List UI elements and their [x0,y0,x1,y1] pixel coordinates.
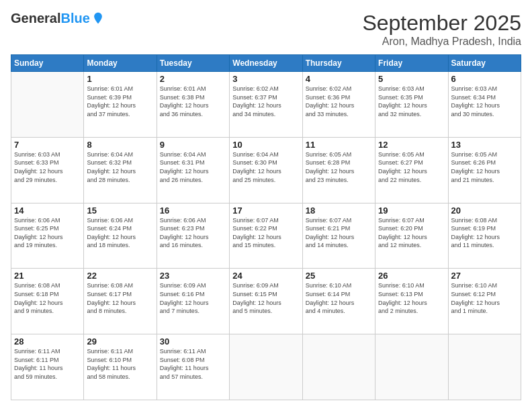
calendar-table: SundayMondayTuesdayWednesdayThursdayFrid… [11,54,521,400]
day-number: 7 [14,140,81,150]
calendar-cell: 24Sunrise: 6:09 AM Sunset: 6:15 PM Dayli… [230,269,302,334]
day-info: Sunrise: 6:03 AM Sunset: 6:33 PM Dayligh… [14,150,81,184]
calendar-cell: 23Sunrise: 6:09 AM Sunset: 6:16 PM Dayli… [157,269,229,334]
calendar-weekday-wednesday: Wednesday [230,55,302,72]
calendar-cell: 1Sunrise: 6:01 AM Sunset: 6:39 PM Daylig… [84,72,157,138]
day-info: Sunrise: 6:08 AM Sunset: 6:17 PM Dayligh… [87,281,153,315]
day-number: 11 [306,140,372,150]
day-number: 20 [451,205,518,216]
day-info: Sunrise: 6:04 AM Sunset: 6:30 PM Dayligh… [232,150,299,184]
day-info: Sunrise: 6:09 AM Sunset: 6:15 PM Dayligh… [232,281,299,315]
day-number: 17 [232,205,299,216]
day-number: 18 [306,205,372,216]
day-number: 4 [306,74,372,84]
day-info: Sunrise: 6:04 AM Sunset: 6:31 PM Dayligh… [160,150,226,184]
day-number: 19 [378,205,445,216]
day-info: Sunrise: 6:10 AM Sunset: 6:12 PM Dayligh… [451,281,518,315]
calendar-cell: 7Sunrise: 6:03 AM Sunset: 6:33 PM Daylig… [11,137,84,203]
calendar-cell: 5Sunrise: 6:03 AM Sunset: 6:35 PM Daylig… [375,72,448,138]
calendar-cell: 2Sunrise: 6:01 AM Sunset: 6:38 PM Daylig… [157,72,229,138]
calendar-cell: 8Sunrise: 6:04 AM Sunset: 6:32 PM Daylig… [84,137,157,203]
calendar-header-row: SundayMondayTuesdayWednesdayThursdayFrid… [11,55,521,72]
day-number: 27 [451,271,518,281]
day-number: 9 [160,140,226,150]
day-number: 15 [87,205,153,216]
day-number: 5 [378,74,445,84]
day-number: 16 [160,205,226,216]
calendar-cell: 19Sunrise: 6:07 AM Sunset: 6:20 PM Dayli… [375,203,448,269]
day-info: Sunrise: 6:03 AM Sunset: 6:35 PM Dayligh… [378,85,445,118]
day-info: Sunrise: 6:05 AM Sunset: 6:26 PM Dayligh… [451,150,518,184]
calendar-cell: 22Sunrise: 6:08 AM Sunset: 6:17 PM Dayli… [84,269,157,334]
day-info: Sunrise: 6:07 AM Sunset: 6:20 PM Dayligh… [378,216,445,250]
calendar-cell: 25Sunrise: 6:10 AM Sunset: 6:14 PM Dayli… [302,269,375,334]
calendar-weekday-tuesday: Tuesday [157,55,229,72]
calendar-weekday-thursday: Thursday [302,55,375,72]
day-info: Sunrise: 6:08 AM Sunset: 6:19 PM Dayligh… [451,216,518,250]
day-info: Sunrise: 6:11 AM Sunset: 6:08 PM Dayligh… [160,347,226,381]
calendar-week-row: 7Sunrise: 6:03 AM Sunset: 6:33 PM Daylig… [11,137,521,203]
logo-icon [91,11,105,25]
day-number: 23 [160,271,226,281]
header: GeneralBlue September 2025 Aron, Madhya … [11,11,521,48]
day-info: Sunrise: 6:04 AM Sunset: 6:32 PM Dayligh… [87,150,153,184]
title-block: September 2025 Aron, Madhya Pradesh, Ind… [362,11,521,48]
calendar-cell: 20Sunrise: 6:08 AM Sunset: 6:19 PM Dayli… [448,203,521,269]
calendar-cell: 21Sunrise: 6:08 AM Sunset: 6:18 PM Dayli… [11,269,84,334]
day-info: Sunrise: 6:02 AM Sunset: 6:36 PM Dayligh… [306,85,372,118]
logo-line2: Blue [60,11,89,26]
calendar-cell: 18Sunrise: 6:07 AM Sunset: 6:21 PM Dayli… [302,203,375,269]
calendar-cell [375,334,448,400]
day-number: 14 [14,205,81,216]
day-number: 21 [14,271,81,281]
calendar-cell: 27Sunrise: 6:10 AM Sunset: 6:12 PM Dayli… [448,269,521,334]
calendar-cell: 30Sunrise: 6:11 AM Sunset: 6:08 PM Dayli… [157,334,229,400]
calendar-week-row: 1Sunrise: 6:01 AM Sunset: 6:39 PM Daylig… [11,72,521,138]
day-number: 13 [451,140,518,150]
day-info: Sunrise: 6:07 AM Sunset: 6:22 PM Dayligh… [232,216,299,250]
calendar-cell [230,334,302,400]
day-number: 22 [87,271,153,281]
day-info: Sunrise: 6:06 AM Sunset: 6:23 PM Dayligh… [160,216,226,250]
month-title: September 2025 [362,11,521,36]
day-info: Sunrise: 6:10 AM Sunset: 6:14 PM Dayligh… [306,281,372,315]
day-info: Sunrise: 6:03 AM Sunset: 6:34 PM Dayligh… [451,85,518,118]
day-info: Sunrise: 6:11 AM Sunset: 6:10 PM Dayligh… [87,347,153,381]
day-info: Sunrise: 6:10 AM Sunset: 6:13 PM Dayligh… [378,281,445,315]
day-info: Sunrise: 6:01 AM Sunset: 6:39 PM Dayligh… [87,85,153,118]
calendar-cell: 26Sunrise: 6:10 AM Sunset: 6:13 PM Dayli… [375,269,448,334]
calendar-weekday-saturday: Saturday [448,55,521,72]
day-number: 28 [14,336,81,347]
calendar-cell: 6Sunrise: 6:03 AM Sunset: 6:34 PM Daylig… [448,72,521,138]
logo-line1: General [11,11,60,26]
calendar-cell: 14Sunrise: 6:06 AM Sunset: 6:25 PM Dayli… [11,203,84,269]
logo: GeneralBlue [11,11,105,26]
day-number: 12 [378,140,445,150]
day-number: 1 [87,74,153,84]
day-info: Sunrise: 6:02 AM Sunset: 6:37 PM Dayligh… [232,85,299,118]
day-number: 2 [160,74,226,84]
calendar-cell: 3Sunrise: 6:02 AM Sunset: 6:37 PM Daylig… [230,72,302,138]
calendar-cell: 15Sunrise: 6:06 AM Sunset: 6:24 PM Dayli… [84,203,157,269]
calendar-cell: 10Sunrise: 6:04 AM Sunset: 6:30 PM Dayli… [230,137,302,203]
calendar-week-row: 14Sunrise: 6:06 AM Sunset: 6:25 PM Dayli… [11,203,521,269]
page: GeneralBlue September 2025 Aron, Madhya … [0,0,532,411]
calendar-weekday-monday: Monday [84,55,157,72]
day-number: 10 [232,140,299,150]
calendar-cell: 13Sunrise: 6:05 AM Sunset: 6:26 PM Dayli… [448,137,521,203]
day-number: 3 [232,74,299,84]
day-info: Sunrise: 6:07 AM Sunset: 6:21 PM Dayligh… [306,216,372,250]
day-info: Sunrise: 6:11 AM Sunset: 6:11 PM Dayligh… [14,347,81,381]
day-info: Sunrise: 6:06 AM Sunset: 6:24 PM Dayligh… [87,216,153,250]
calendar-cell [302,334,375,400]
location: Aron, Madhya Pradesh, India [362,36,521,48]
calendar-cell: 17Sunrise: 6:07 AM Sunset: 6:22 PM Dayli… [230,203,302,269]
calendar-week-row: 28Sunrise: 6:11 AM Sunset: 6:11 PM Dayli… [11,334,521,400]
calendar-cell: 9Sunrise: 6:04 AM Sunset: 6:31 PM Daylig… [157,137,229,203]
logo-text: GeneralBlue [11,11,90,26]
calendar-cell: 29Sunrise: 6:11 AM Sunset: 6:10 PM Dayli… [84,334,157,400]
calendar-week-row: 21Sunrise: 6:08 AM Sunset: 6:18 PM Dayli… [11,269,521,334]
calendar-cell [448,334,521,400]
calendar-cell: 16Sunrise: 6:06 AM Sunset: 6:23 PM Dayli… [157,203,229,269]
calendar-weekday-sunday: Sunday [11,55,84,72]
